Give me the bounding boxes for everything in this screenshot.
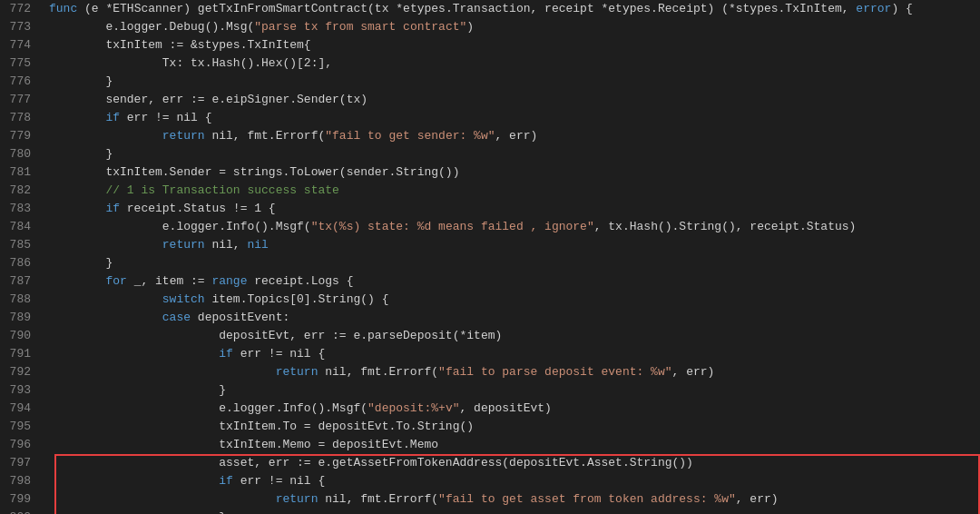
code-line: 785 return nil, nil (0, 236, 980, 254)
line-content: } (45, 381, 980, 400)
code-line: 791 if err != nil { (0, 345, 980, 363)
line-content: } (45, 509, 980, 514)
line-content: return nil, fmt.Errorf("fail to parse de… (45, 363, 980, 381)
line-content: return nil, fmt.Errorf("fail to get asse… (45, 490, 980, 509)
line-content: } (45, 145, 980, 163)
code-line: 789 case depositEvent: (0, 309, 980, 327)
line-content: txInItem.To = depositEvt.To.String() (45, 418, 980, 436)
line-number: 772 (0, 0, 45, 18)
line-number: 773 (0, 18, 45, 36)
line-number: 784 (0, 218, 45, 236)
line-content: } (45, 73, 980, 91)
line-number: 793 (0, 381, 45, 400)
line-number: 791 (0, 345, 45, 363)
line-content: switch item.Topics[0].String() { (45, 291, 980, 309)
code-line: 792 return nil, fmt.Errorf("fail to pars… (0, 363, 980, 381)
code-line: 786 } (0, 254, 980, 272)
code-line: 793 } (0, 381, 980, 400)
line-number: 778 (0, 109, 45, 127)
line-content: } (45, 254, 980, 272)
code-line: 799 return nil, fmt.Errorf("fail to get … (0, 490, 980, 509)
line-content: for _, item := range receipt.Logs { (45, 272, 980, 291)
code-editor: 772func (e *ETHScanner) getTxInFromSmart… (0, 0, 980, 514)
code-line: 788 switch item.Topics[0].String() { (0, 291, 980, 309)
line-number: 797 (0, 454, 45, 472)
line-number: 796 (0, 436, 45, 454)
line-content: case depositEvent: (45, 309, 980, 327)
line-content: sender, err := e.eipSigner.Sender(tx) (45, 91, 980, 109)
code-line: 778 if err != nil { (0, 109, 980, 127)
line-content: if err != nil { (45, 345, 980, 363)
line-number: 774 (0, 36, 45, 54)
line-number: 789 (0, 309, 45, 327)
line-number: 790 (0, 327, 45, 345)
code-line: 777 sender, err := e.eipSigner.Sender(tx… (0, 91, 980, 109)
code-line: 773 e.logger.Debug().Msg("parse tx from … (0, 18, 980, 36)
line-content: if err != nil { (45, 472, 980, 490)
line-number: 798 (0, 472, 45, 490)
code-line: 795 txInItem.To = depositEvt.To.String() (0, 418, 980, 436)
code-line: 772func (e *ETHScanner) getTxInFromSmart… (0, 0, 980, 18)
line-number: 776 (0, 73, 45, 91)
code-line: 800 } (0, 509, 980, 514)
line-content: if receipt.Status != 1 { (45, 200, 980, 218)
line-number: 777 (0, 91, 45, 109)
line-content: e.logger.Debug().Msg("parse tx from smar… (45, 18, 980, 36)
code-line: 775 Tx: tx.Hash().Hex()[2:], (0, 54, 980, 73)
code-line: 784 e.logger.Info().Msgf("tx(%s) state: … (0, 218, 980, 236)
line-content: txInItem.Memo = depositEvt.Memo (45, 436, 980, 454)
line-content: // 1 is Transaction success state (45, 182, 980, 200)
code-line: 794 e.logger.Info().Msgf("deposit:%+v", … (0, 400, 980, 418)
code-line: 796 txInItem.Memo = depositEvt.Memo (0, 436, 980, 454)
line-number: 799 (0, 490, 45, 509)
line-number: 794 (0, 400, 45, 418)
code-line: 798 if err != nil { (0, 472, 980, 490)
code-line: 781 txInItem.Sender = strings.ToLower(se… (0, 163, 980, 182)
line-number: 780 (0, 145, 45, 163)
line-content: return nil, nil (45, 236, 980, 254)
line-number: 795 (0, 418, 45, 436)
line-number: 792 (0, 363, 45, 381)
line-content: txInItem := &stypes.TxInItem{ (45, 36, 980, 54)
code-line: 780 } (0, 145, 980, 163)
line-content: e.logger.Info().Msgf("deposit:%+v", depo… (45, 400, 980, 418)
code-line: 783 if receipt.Status != 1 { (0, 200, 980, 218)
line-number: 782 (0, 182, 45, 200)
line-content: if err != nil { (45, 109, 980, 127)
code-line: 790 depositEvt, err := e.parseDeposit(*i… (0, 327, 980, 345)
line-content: txInItem.Sender = strings.ToLower(sender… (45, 163, 980, 182)
line-content: return nil, fmt.Errorf("fail to get send… (45, 127, 980, 145)
code-line: 776 } (0, 73, 980, 91)
code-line: 774 txInItem := &stypes.TxInItem{ (0, 36, 980, 54)
line-number: 800 (0, 509, 45, 514)
line-number: 781 (0, 163, 45, 182)
code-line: 779 return nil, fmt.Errorf("fail to get … (0, 127, 980, 145)
line-content: depositEvt, err := e.parseDeposit(*item) (45, 327, 980, 345)
line-number: 779 (0, 127, 45, 145)
line-content: asset, err := e.getAssetFromTokenAddress… (45, 454, 980, 472)
line-number: 786 (0, 254, 45, 272)
line-number: 775 (0, 54, 45, 73)
line-content: e.logger.Info().Msgf("tx(%s) state: %d m… (45, 218, 980, 236)
line-number: 785 (0, 236, 45, 254)
code-line: 797 asset, err := e.getAssetFromTokenAdd… (0, 454, 980, 472)
line-content: Tx: tx.Hash().Hex()[2:], (45, 54, 980, 73)
code-line: 782 // 1 is Transaction success state (0, 182, 980, 200)
code-line: 787 for _, item := range receipt.Logs { (0, 272, 980, 291)
line-content: func (e *ETHScanner) getTxInFromSmartCon… (45, 0, 980, 18)
line-number: 783 (0, 200, 45, 218)
line-number: 787 (0, 272, 45, 291)
line-number: 788 (0, 291, 45, 309)
